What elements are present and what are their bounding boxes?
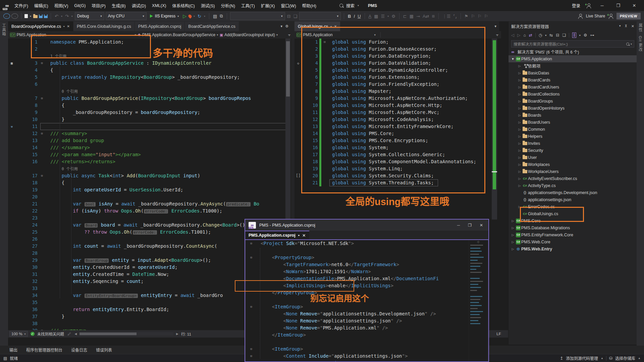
code-line[interactable]: 18global using System.ComponentModel.Dat…	[294, 158, 492, 165]
pin-icon[interactable]: ▪	[63, 24, 65, 28]
redo-chevron-icon[interactable]: ▾	[71, 15, 73, 18]
code-line[interactable]: 9global using Microsoft.AspNetCore.Autho…	[294, 95, 492, 102]
tools-icon[interactable]: ⊶	[590, 33, 594, 38]
menu-e[interactable]: 编辑(E)	[31, 0, 51, 11]
code-line[interactable]: 5global using Furion.DynamicApiControlle…	[294, 67, 492, 74]
properties-vertical-tab[interactable]: 属性	[637, 21, 644, 34]
close-icon[interactable]: ✕	[480, 223, 483, 228]
code-line[interactable]: 12⊟/// <summary>	[8, 130, 291, 137]
code-line[interactable]: </ItemGroup>	[246, 331, 470, 339]
code-line[interactable]: ◇4global using Furion.DataValidation;	[294, 60, 492, 67]
properties-icon[interactable]: ⚙	[584, 33, 587, 38]
navigate-symbol-icon[interactable]: ❏	[292, 14, 298, 19]
restore-button[interactable]: ❐	[613, 3, 623, 8]
tab-pms-core-globalusings[interactable]: PMS.Core.GlobalUsings.g.cs	[73, 21, 135, 31]
minimap[interactable]: ⊹	[469, 240, 488, 361]
code-line[interactable]: 15/// <param name="input"></param>	[8, 151, 291, 158]
feedback-icon[interactable]: ▤	[3, 356, 7, 361]
code-line[interactable]: 2global using Furion.DatabaseAccessor;	[294, 46, 492, 53]
code-line[interactable]: </PropertyGroup>	[246, 289, 470, 296]
close-tab-icon[interactable]: ✕	[302, 233, 306, 238]
document-outline-icon[interactable]: ▤	[212, 14, 218, 19]
start-without-debug-icon[interactable]: ▷	[182, 13, 187, 19]
configuration-dropdown[interactable]: Debug▾	[75, 12, 104, 20]
tab-csproj-float[interactable]: PMS.Application.csproj▪✕	[245, 231, 309, 239]
split-window-icon[interactable]: ⫟	[496, 33, 501, 37]
code-line[interactable]	[246, 339, 470, 346]
font-color-icon[interactable]: A	[368, 14, 372, 19]
float-window-title-bar[interactable]: ∞PRE PMS - PMS.Application.csproj ─ ❐ ✕	[245, 220, 488, 231]
code-line[interactable]: 0 个引用	[8, 165, 291, 172]
code-line[interactable]: ⊟ <Content Include="applicationsettings.…	[246, 353, 470, 360]
menu-t[interactable]: 工具(T)	[238, 0, 258, 11]
tab-globalusings[interactable]: GlobalUsings.cs▪✕	[294, 21, 340, 31]
code-line[interactable]: <None Remove="applicationsettings.Develo…	[246, 310, 470, 317]
code-line[interactable]: <DocumentationFile>PMS.Application.xml</…	[246, 275, 470, 282]
menu-x[interactable]: 扩展(X)	[258, 0, 278, 11]
code-line[interactable]: 13global using Microsoft.EntityFramework…	[294, 123, 492, 130]
code-line[interactable]: 7global using Furion.FriendlyException;	[294, 81, 492, 88]
tree-item-Boards[interactable]: ▷Boards	[508, 112, 637, 119]
zoom-dropdown[interactable]: 100 %▾	[9, 331, 28, 337]
floating-document-window[interactable]: ∞PRE PMS - PMS.Application.csproj ─ ❐ ✕ …	[245, 219, 489, 362]
code-line[interactable]: 9 _boardGroupRepository = boardGroupRepo…	[8, 109, 291, 116]
platform-dropdown[interactable]: Any CPU▾	[106, 12, 147, 20]
switch-views-icon[interactable]: ⇄	[529, 33, 532, 38]
goto-definition-icon[interactable]: ⊸	[416, 14, 421, 19]
tree-item-applicationsettings.json[interactable]: {}applicationsettings.json	[508, 196, 637, 203]
save-icon[interactable]	[39, 14, 43, 18]
code-line[interactable]: 21global using System.Threading.Tasks;	[294, 179, 492, 186]
open-file-icon[interactable]	[33, 15, 38, 18]
minimize-button[interactable]: ─	[597, 3, 607, 8]
vertical-scrollbar-right[interactable]	[492, 39, 497, 220]
tree-item-ActivityEventSubscriber.cs[interactable]: ▷C#ActivityEventSubscriber.cs	[508, 175, 637, 182]
new-file-chevron-icon[interactable]: ▾	[29, 15, 32, 18]
code-line[interactable]: ⊟ <ItemGroup>	[246, 346, 470, 353]
schema-icon[interactable]: ▦	[409, 14, 414, 19]
undo-icon[interactable]: ↶	[54, 14, 59, 19]
code-line[interactable]: ⚒11	[8, 123, 291, 130]
tree-item-PMS.EntityFramework.Core[interactable]: ▷C#PMS.EntityFramework.Core	[508, 231, 637, 238]
code-line[interactable]: <NoWarn>1701;1702;1591</NoWarn>	[246, 268, 470, 275]
breadcrumb-namespace[interactable]: PMS.Application	[303, 33, 333, 37]
breadcrumb-namespace[interactable]: PMS.Application	[17, 33, 46, 37]
panel-tab-输出[interactable]: 输出	[9, 347, 17, 353]
breadcrumb-member-empty[interactable]	[380, 32, 465, 38]
code-line[interactable]: 19 int operateUserId = UserSession.UserI…	[8, 186, 291, 193]
code-line[interactable]: 14global using PMS.Core;	[294, 130, 492, 137]
tree-item-BoardGroups[interactable]: ▷BoardGroups	[508, 98, 637, 105]
window-position-chevron-icon[interactable]: ▾	[619, 24, 621, 28]
code-line[interactable]: ⊟<Project Sdk="Microsoft.NET.Sdk">	[246, 240, 470, 247]
rename-icon[interactable]: A⇄	[422, 14, 430, 19]
new-file-icon[interactable]	[24, 14, 28, 18]
menu-b[interactable]: 生成(B)	[109, 0, 129, 11]
code-line[interactable]: 7⊟ public BoardGroupAppService(IReposito…	[8, 95, 291, 102]
menu-gitg[interactable]: Git(G)	[71, 0, 89, 11]
code-line[interactable]: 19global using System.Linq;	[294, 165, 492, 172]
pin-icon[interactable]: ⊼	[625, 24, 627, 28]
code-line[interactable]: 17global using System.Collections.Generi…	[294, 151, 492, 158]
git-changes-vertical-tab[interactable]: Git 更改	[637, 34, 644, 54]
tree-item-User[interactable]: ▷User	[508, 154, 637, 161]
code-line[interactable]: 0 个引用	[8, 88, 291, 95]
breadcrumb-class[interactable]: PMS.Application.BoardGroupAppService	[142, 33, 215, 37]
prev-bookmark-icon[interactable]: ⚐	[470, 14, 476, 19]
indent-icon[interactable]: ⋮☰	[442, 14, 451, 19]
menu-n[interactable]: 分析(N)	[218, 0, 238, 11]
panel-tab-设备日志[interactable]: 设备日志	[71, 347, 87, 353]
menu-s[interactable]: 测试(S)	[198, 0, 218, 11]
menu-p[interactable]: 项目(P)	[89, 0, 109, 11]
tree-item-PMS.Web.Entry[interactable]: ▷⊕PMS.Web.Entry	[508, 245, 637, 252]
breadcrumb-chevron-icon[interactable]: ▾	[135, 33, 137, 37]
health-status[interactable]: 未找到相关问题	[37, 331, 64, 337]
code-line[interactable]: ⊟ <ItemGroup>	[246, 303, 470, 310]
back-icon[interactable]: ◁	[511, 33, 514, 38]
live-share-button[interactable]: Live Share	[586, 14, 605, 18]
add-to-source-control-button[interactable]: 添加到源代码管理	[566, 355, 598, 361]
code-line[interactable]: <CopyToOutputDirectory>PreserveNewest</C…	[246, 360, 470, 361]
breadcrumb-chevron-icon[interactable]: ▾	[217, 33, 218, 37]
tab-boardgroupappservice[interactable]: BoardGroupAppService.cs▪✕	[8, 21, 73, 31]
sign-in-button[interactable]: 登录	[572, 2, 580, 9]
restart-icon[interactable]: ↻	[197, 14, 202, 19]
menu-h[interactable]: 帮助(H)	[299, 0, 319, 11]
